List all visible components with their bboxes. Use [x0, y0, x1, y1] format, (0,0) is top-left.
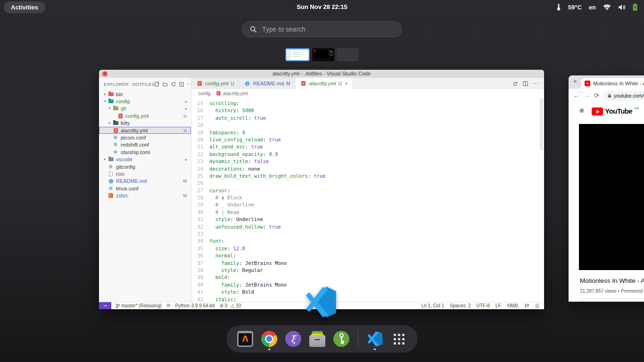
code-line[interactable]: 31 style: Underline	[191, 216, 544, 223]
code-line[interactable]: 20live_config_reload: true	[191, 136, 544, 143]
code-line[interactable]: 18	[191, 122, 544, 129]
tree-item-redshift.conf[interactable]: ⚙redshift.conf	[99, 141, 191, 148]
code-line[interactable]: 24decorations: none	[191, 165, 544, 173]
menu-icon[interactable]: ≡	[579, 107, 584, 115]
tree-item-gh[interactable]: ▾gh●	[99, 105, 191, 112]
editor-tab-README.md[interactable]: iREADME.mdM	[239, 78, 296, 89]
editor-tab-alacritty.yml[interactable]: alacritty.ymlU×	[296, 78, 353, 89]
refresh-icon[interactable]	[171, 82, 176, 87]
tree-item-vscode[interactable]: ▸vscode●	[99, 156, 191, 163]
code-line[interactable]: 27cursor:	[191, 187, 544, 194]
status-ln-1-col-1[interactable]: Ln 1, Col 1	[421, 303, 444, 308]
sync-button[interactable]: ⟳	[166, 303, 170, 308]
vscode-icon[interactable]	[366, 327, 384, 351]
tree-item-starship.toml[interactable]: ⚙starship.toml	[99, 148, 191, 156]
breadcrumb-folder[interactable]: config	[198, 91, 211, 96]
new-file-icon[interactable]	[155, 82, 159, 87]
tree-item-kitty[interactable]: ▸kitty	[99, 120, 191, 127]
browser-tab[interactable]: Motionless In White - A	[581, 78, 644, 89]
youtube-logo[interactable]: YouTube UA	[592, 107, 638, 115]
feedback-icon[interactable]	[525, 304, 529, 308]
alacritty-icon[interactable]: Λ	[236, 327, 254, 351]
code-line[interactable]: 34font:	[191, 238, 544, 245]
code-line[interactable]: 17 auto_scroll: true	[191, 115, 544, 122]
split-editor-icon[interactable]	[523, 81, 528, 86]
tree-item-zshrc[interactable]: >_zshrcM	[99, 192, 191, 199]
git-branch-status[interactable]: master* (Rebasing)	[116, 303, 162, 308]
python-interpreter[interactable]: Python 3.9.9 64-bit	[175, 303, 215, 308]
code-line[interactable]: 26	[191, 180, 544, 187]
more-actions-icon[interactable]: ⋯	[533, 80, 538, 87]
vscode-titlebar[interactable]: × alacritty.yml - .dotfiles - Visual Stu…	[99, 70, 544, 78]
bell-icon[interactable]	[535, 304, 539, 308]
new-folder-icon[interactable]	[163, 82, 168, 87]
clock[interactable]: Sun Nov 28 22:15	[297, 0, 347, 14]
address-bar[interactable]: youtube.com/wa	[603, 91, 644, 100]
remote-indicator[interactable]: ><	[99, 302, 111, 309]
keyboard-layout[interactable]: en	[589, 4, 596, 11]
code-line[interactable]: 29 # _ Underline	[191, 201, 544, 208]
code-line[interactable]: 19tabspaces: 4	[191, 129, 544, 136]
code-line[interactable]: 40 family: JetBrains Mono	[191, 281, 544, 288]
vscode-window-title: alacritty.yml - .dotfiles - Visual Studi…	[99, 70, 544, 78]
system-status-area[interactable]: 59°C en	[556, 0, 637, 14]
tree-item-rcrc[interactable]: rcrc	[99, 170, 191, 177]
code-line[interactable]: 28 # ▮ Block	[191, 194, 544, 201]
tree-item-config.yml[interactable]: config.ymlU	[99, 112, 191, 119]
code-line[interactable]: 25draw_bold_text_with_bright_colors: tru…	[191, 173, 544, 180]
code-line[interactable]: 22background_opacity: 0.9	[191, 151, 544, 158]
editor-tab-config.yml[interactable]: config.ymlU	[191, 78, 239, 89]
code-line[interactable]: 33	[191, 230, 544, 238]
window-close-button[interactable]: ×	[102, 71, 107, 76]
workspace-thumbnail-2[interactable]	[312, 48, 334, 61]
tree-item-tmux.conf[interactable]: ⚙tmux.conf	[99, 185, 191, 192]
tree-item-README.md[interactable]: iREADME.mdM	[99, 178, 191, 185]
tree-item-picom.conf[interactable]: ⚙picom.conf	[99, 134, 191, 141]
files-icon[interactable]	[308, 327, 326, 351]
line-number: 35	[191, 245, 209, 252]
open-changes-icon[interactable]	[513, 81, 518, 86]
emacs-icon[interactable]: ξ	[284, 327, 302, 351]
code-editor[interactable]: 15scrolling:16 history: 500017 auto_scro…	[191, 98, 544, 302]
code-line[interactable]: 42 italic:	[191, 296, 544, 302]
app-grid-icon[interactable]	[390, 327, 408, 351]
code-line[interactable]: 30 # | Beam	[191, 209, 544, 216]
chrome-icon[interactable]	[260, 327, 278, 351]
line-number: 37	[191, 260, 209, 267]
code-line[interactable]: 35 size: 12.0	[191, 245, 544, 252]
code-line[interactable]: 36 normal:	[191, 252, 544, 259]
status-lf[interactable]: LF	[495, 303, 501, 308]
activities-button[interactable]: Activities	[4, 1, 45, 13]
forward-button[interactable]: →	[584, 92, 590, 99]
video-player[interactable]	[579, 124, 644, 270]
code-line[interactable]: 21alt_send_esc: true	[191, 143, 544, 150]
window-close-button[interactable]: ×	[573, 78, 577, 85]
workspace-thumbnail-empty[interactable]	[337, 48, 359, 61]
code-line[interactable]: 32 unfocused_hollow: true	[191, 223, 544, 230]
tree-item-config[interactable]: ▾config●	[99, 98, 191, 105]
code-line[interactable]: 38 style: Regular	[191, 267, 544, 274]
problems-status[interactable]: ⊘ 0 △ 10	[220, 303, 241, 308]
breadcrumb-file[interactable]: alacritty.yml	[223, 91, 248, 96]
code-line[interactable]: 23dynamic_title: false	[191, 158, 544, 165]
code-line[interactable]: 15scrolling:	[191, 100, 544, 107]
breadcrumb[interactable]: config › alacritty.yml	[191, 89, 544, 98]
status-utf-8[interactable]: UTF-8	[476, 303, 489, 308]
collapse-folders-icon[interactable]	[179, 82, 184, 87]
code-line[interactable]: 41 style: Bold	[191, 288, 544, 296]
status-spaces-2[interactable]: Spaces: 2	[450, 303, 471, 308]
editor-scrollbar[interactable]	[540, 99, 543, 150]
code-line[interactable]: 37 family: JetBrains Mono	[191, 260, 544, 267]
reload-button[interactable]: ⟳	[594, 92, 599, 99]
workspace-thumbnail-active[interactable]	[285, 48, 310, 61]
tree-item-alacritty.yml[interactable]: alacritty.ymlU	[99, 127, 191, 134]
code-line[interactable]: 16 history: 5000	[191, 107, 544, 114]
back-button[interactable]: ←	[573, 92, 579, 99]
passwords-keys-icon[interactable]	[332, 327, 350, 351]
search-input[interactable]: Type to search	[242, 21, 402, 37]
code-line[interactable]: 39 bold:	[191, 274, 544, 281]
tree-item-gitconfig[interactable]: ⚙gitconfig	[99, 163, 191, 170]
tree-item-bin[interactable]: ▸bin	[99, 90, 191, 98]
tab-close-icon[interactable]: ×	[345, 81, 348, 86]
status-yaml[interactable]: YAML	[507, 303, 520, 308]
